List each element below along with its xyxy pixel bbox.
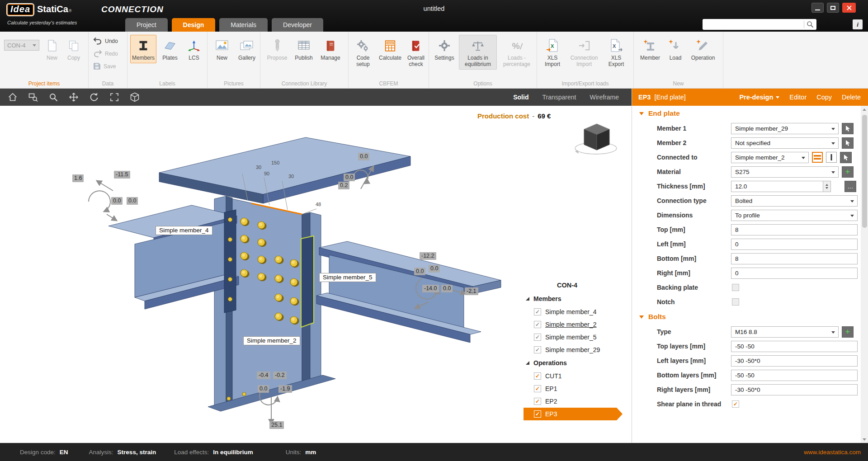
bottom-input[interactable]: 8 <box>731 253 858 264</box>
thickness-input[interactable]: 12.0 <box>731 181 823 192</box>
visibility-checkbox[interactable]: ✓ <box>534 321 541 328</box>
status-analysis[interactable]: Analysis: Stress, strain <box>89 449 156 456</box>
loads-percentage-button[interactable]: % Loads - percentage <box>498 35 536 70</box>
dimensions-select[interactable]: To profile <box>731 210 858 221</box>
scrollbar-thumb[interactable] <box>862 115 867 228</box>
panel-scrollbar[interactable] <box>861 106 868 443</box>
editor-button[interactable]: Editor <box>789 94 807 101</box>
bolt-type-select[interactable]: M16 8.8 <box>731 326 839 338</box>
propose-button[interactable]: Propose <box>264 35 290 63</box>
top-member-29[interactable] <box>159 137 410 203</box>
add-material-button[interactable]: + <box>842 166 854 178</box>
new-member-button[interactable]: + Member <box>637 35 663 63</box>
scroll-up-button[interactable] <box>861 106 868 113</box>
search-input[interactable] <box>705 21 804 28</box>
member-label-4[interactable]: Simple member_4 <box>156 226 212 235</box>
tab-design[interactable]: Design <box>172 18 216 32</box>
operation-checkbox[interactable]: ✓ <box>534 398 541 405</box>
members-labels-button[interactable]: Members <box>130 35 156 63</box>
connected-to-select[interactable]: Simple member_2 <box>731 152 809 163</box>
backing-plate-checkbox[interactable] <box>732 284 739 291</box>
calculate-button[interactable]: Calculate <box>377 35 404 63</box>
visibility-checkbox[interactable]: ✓ <box>534 334 541 341</box>
pan-button[interactable] <box>66 89 81 105</box>
section-collapse-icon[interactable] <box>639 112 644 115</box>
tree-node-members[interactable]: Members <box>520 292 628 306</box>
xls-export-button[interactable]: X XLS Export <box>602 35 630 70</box>
new-picture-button[interactable]: New <box>210 35 234 63</box>
home-view-button[interactable] <box>5 89 20 105</box>
member2-select[interactable]: Not specified <box>731 137 839 149</box>
redo-button[interactable]: Redo <box>93 50 118 57</box>
solid-view-button[interactable] <box>127 89 142 105</box>
publish-button[interactable]: Publish <box>291 35 316 63</box>
member-label-5[interactable]: Simple member_5 <box>319 273 376 282</box>
scroll-down-button[interactable] <box>861 436 868 443</box>
top-input[interactable]: 8 <box>731 224 858 235</box>
tree-item-cut1[interactable]: ✓ CUT1 <box>520 370 628 382</box>
new-operation-button[interactable]: + Operation <box>688 35 718 63</box>
new-load-button[interactable]: + Load <box>665 35 686 63</box>
connected-to-pick-button[interactable] <box>840 152 852 163</box>
right-layers-input[interactable]: -30 -50*0 <box>731 384 858 395</box>
search-icon[interactable] <box>807 21 814 28</box>
connection-selector[interactable]: CON-4 <box>4 40 39 51</box>
visibility-checkbox[interactable]: ✓ <box>534 346 541 353</box>
operation-checkbox[interactable]: ✓ <box>534 372 541 380</box>
material-select[interactable]: S275 <box>731 166 839 178</box>
zoom-fit-button[interactable] <box>107 89 122 105</box>
predesign-dropdown[interactable]: Pre-design <box>739 94 779 101</box>
connection-import-button[interactable]: Connection Import <box>567 35 601 70</box>
operation-checkbox[interactable]: ✓ <box>534 385 541 392</box>
connection-type-select[interactable]: Bolted <box>731 195 858 207</box>
rotate-button[interactable] <box>86 89 102 105</box>
website-link[interactable]: www.ideastatica.com <box>804 449 861 456</box>
view-mode-wireframe[interactable]: Wireframe <box>590 94 619 101</box>
zoom-window-button[interactable] <box>25 89 41 105</box>
status-units[interactable]: Units: mm <box>286 449 316 456</box>
end-plate-left[interactable] <box>224 210 236 313</box>
close-button[interactable] <box>842 3 856 13</box>
tab-developer[interactable]: Developer <box>272 18 323 32</box>
search-box[interactable] <box>703 19 816 30</box>
member1-pick-button[interactable] <box>842 123 854 134</box>
top-layers-input[interactable]: -50 -50 <box>731 341 858 352</box>
copy-operation-button[interactable]: Copy <box>816 94 832 101</box>
tree-item-ep1[interactable]: ✓ EP1 <box>520 382 628 395</box>
section-end-plate[interactable]: End plate <box>632 106 861 121</box>
plate-orientation-vertical-button[interactable] <box>826 152 837 163</box>
navigation-cube[interactable] <box>575 124 617 154</box>
settings-button[interactable]: Settings <box>432 35 457 63</box>
operation-checkbox[interactable]: ✓ <box>534 410 541 418</box>
new-item-button[interactable]: New <box>42 35 62 63</box>
add-bolt-type-button[interactable]: + <box>842 326 854 338</box>
member2-pick-button[interactable] <box>842 137 854 149</box>
code-setup-button[interactable]: Code setup <box>350 35 376 70</box>
tree-item-member-5[interactable]: ✓ Simple member_5 <box>520 331 628 343</box>
tree-item-member-4[interactable]: ✓ Simple member_4 <box>520 306 628 318</box>
tree-item-member-2[interactable]: ✓ Simple member_2 <box>520 318 628 331</box>
section-collapse-icon[interactable] <box>639 315 644 319</box>
loads-in-equilibrium-button[interactable]: Loads in equilibrium <box>459 35 497 70</box>
manage-button[interactable]: Manage <box>317 35 344 63</box>
viewport-3d[interactable]: 30 150 90 30 48 <box>0 106 632 443</box>
plates-labels-button[interactable]: Plates <box>158 35 182 63</box>
save-button[interactable]: Save <box>93 62 116 70</box>
plate-orientation-horizontal-button[interactable] <box>812 152 823 163</box>
member-label-2[interactable]: Simple member_2 <box>243 336 300 345</box>
info-button[interactable]: i <box>853 19 863 29</box>
copy-item-button[interactable]: Copy <box>63 35 84 63</box>
bottom-layers-input[interactable]: -50 -50 <box>731 370 858 381</box>
stepper-up-icon[interactable] <box>826 184 828 186</box>
tree-root-connection[interactable]: CON-4 <box>520 278 628 292</box>
section-bolts[interactable]: Bolts <box>632 309 861 325</box>
notch-checkbox[interactable] <box>732 298 739 306</box>
view-mode-transparent[interactable]: Transparent <box>542 94 576 101</box>
zoom-button[interactable] <box>46 89 61 105</box>
right-input[interactable]: 0 <box>731 268 858 279</box>
xls-import-button[interactable]: X XLS Import <box>539 35 566 70</box>
delete-operation-button[interactable]: Delete <box>842 94 861 101</box>
tree-item-ep3-selected[interactable]: ✓ EP3 <box>524 408 617 420</box>
visibility-checkbox[interactable]: ✓ <box>534 308 541 315</box>
thickness-stepper[interactable] <box>823 181 831 192</box>
